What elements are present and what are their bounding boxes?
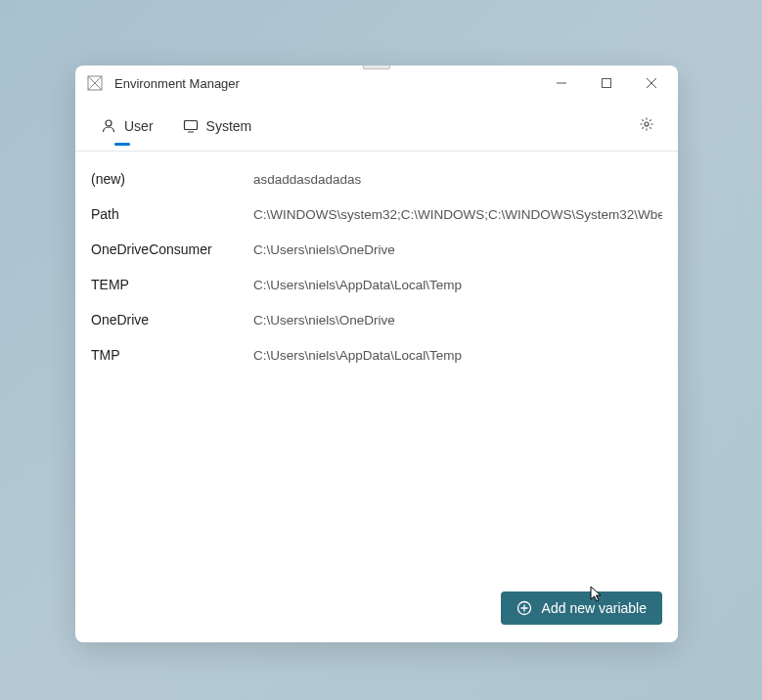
tab-user[interactable]: User	[91, 110, 163, 142]
add-button-label: Add new variable	[542, 600, 647, 616]
window-controls	[539, 67, 674, 99]
svg-point-7	[106, 120, 112, 126]
window-drag-handle[interactable]	[363, 66, 390, 69]
table-row[interactable]: TMPC:\Users\niels\AppData\Local\Temp	[75, 337, 678, 372]
svg-rect-8	[184, 120, 197, 129]
variable-value: C:\Users\niels\OneDrive	[253, 242, 662, 257]
plus-circle-icon	[516, 600, 532, 616]
table-row[interactable]: TEMPC:\Users\niels\AppData\Local\Temp	[75, 267, 678, 302]
gear-icon	[639, 116, 654, 135]
variable-name: OneDriveConsumer	[91, 241, 253, 257]
variable-value: C:\Users\niels\AppData\Local\Temp	[253, 348, 662, 363]
window-title: Environment Manager	[114, 76, 539, 91]
variable-name: OneDrive	[91, 312, 253, 328]
variable-value: C:\Users\niels\AppData\Local\Temp	[253, 278, 662, 292]
variable-value: C:\WINDOWS\system32;C:\WINDOWS;C:\WINDOW…	[253, 207, 662, 222]
monitor-icon	[183, 118, 199, 134]
tab-system-label: System	[206, 118, 252, 134]
variables-list: (new)asdaddasdadadasPathC:\WINDOWS\syste…	[75, 152, 678, 580]
table-row[interactable]: PathC:\WINDOWS\system32;C:\WINDOWS;C:\WI…	[75, 197, 678, 232]
table-row[interactable]: (new)asdaddasdadadas	[75, 161, 678, 197]
footer: Add new variable	[75, 580, 678, 642]
toolbar: User System	[75, 101, 678, 152]
tab-system[interactable]: System	[173, 110, 262, 142]
maximize-button[interactable]	[584, 67, 629, 99]
variable-name: Path	[91, 206, 253, 222]
add-new-variable-button[interactable]: Add new variable	[501, 591, 662, 625]
titlebar[interactable]: Environment Manager	[75, 66, 678, 101]
user-icon	[101, 118, 116, 134]
table-row[interactable]: OneDriveC:\Users\niels\OneDrive	[75, 302, 678, 337]
variable-value: asdaddasdadadas	[253, 172, 662, 187]
settings-button[interactable]	[631, 110, 662, 142]
variable-name: TEMP	[91, 277, 253, 292]
close-button[interactable]	[629, 67, 674, 99]
variable-value: C:\Users\niels\OneDrive	[253, 313, 662, 328]
variable-name: TMP	[91, 347, 253, 363]
minimize-button[interactable]	[539, 67, 584, 99]
table-row[interactable]: OneDriveConsumerC:\Users\niels\OneDrive	[75, 232, 678, 267]
svg-rect-4	[603, 79, 611, 88]
app-window: Environment Manager User	[75, 66, 678, 642]
tab-user-label: User	[124, 118, 154, 134]
app-icon	[87, 75, 103, 91]
variable-name: (new)	[91, 171, 253, 187]
svg-point-10	[645, 122, 649, 126]
